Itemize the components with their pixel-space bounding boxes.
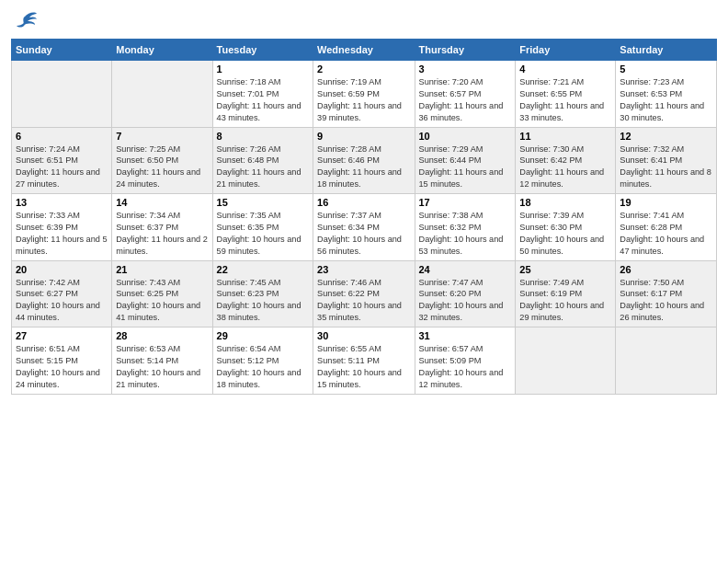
- calendar-cell: 1Sunrise: 7:18 AM Sunset: 7:01 PM Daylig…: [212, 61, 313, 128]
- day-number: 29: [217, 330, 309, 341]
- day-header-monday: Monday: [112, 40, 212, 61]
- day-number: 1: [217, 63, 309, 75]
- calendar-cell: 16Sunrise: 7:37 AM Sunset: 6:34 PM Dayli…: [313, 194, 415, 261]
- calendar-cell: 5Sunrise: 7:23 AM Sunset: 6:53 PM Daylig…: [616, 61, 717, 128]
- day-info: Sunrise: 7:29 AM Sunset: 6:44 PM Dayligh…: [419, 144, 512, 191]
- day-number: 6: [16, 131, 108, 142]
- day-info: Sunrise: 7:23 AM Sunset: 6:53 PM Dayligh…: [620, 76, 712, 124]
- day-info: Sunrise: 6:51 AM Sunset: 5:15 PM Dayligh…: [16, 343, 108, 391]
- calendar-cell: 20Sunrise: 7:42 AM Sunset: 6:27 PM Dayli…: [12, 260, 112, 327]
- day-info: Sunrise: 7:24 AM Sunset: 6:51 PM Dayligh…: [16, 144, 108, 191]
- calendar-cell: 9Sunrise: 7:28 AM Sunset: 6:46 PM Daylig…: [313, 127, 415, 194]
- day-info: Sunrise: 7:46 AM Sunset: 6:22 PM Dayligh…: [317, 277, 410, 325]
- day-info: Sunrise: 7:49 AM Sunset: 6:19 PM Dayligh…: [519, 277, 611, 325]
- day-info: Sunrise: 7:37 AM Sunset: 6:34 PM Dayligh…: [317, 210, 410, 258]
- day-info: Sunrise: 7:26 AM Sunset: 6:48 PM Dayligh…: [217, 144, 309, 191]
- day-info: Sunrise: 7:41 AM Sunset: 6:28 PM Dayligh…: [620, 210, 712, 258]
- day-info: Sunrise: 7:19 AM Sunset: 6:59 PM Dayligh…: [317, 76, 410, 124]
- calendar-cell: 17Sunrise: 7:38 AM Sunset: 6:32 PM Dayli…: [415, 194, 516, 261]
- day-number: 2: [317, 63, 410, 75]
- calendar-cell: 19Sunrise: 7:41 AM Sunset: 6:28 PM Dayli…: [616, 194, 717, 261]
- calendar-cell: [516, 327, 616, 395]
- day-header-friday: Friday: [516, 40, 616, 61]
- calendar-week-5: 27Sunrise: 6:51 AM Sunset: 5:15 PM Dayli…: [12, 327, 717, 395]
- calendar-cell: 25Sunrise: 7:49 AM Sunset: 6:19 PM Dayli…: [516, 260, 616, 327]
- calendar-cell: 15Sunrise: 7:35 AM Sunset: 6:35 PM Dayli…: [212, 194, 313, 261]
- day-info: Sunrise: 7:39 AM Sunset: 6:30 PM Dayligh…: [519, 210, 611, 258]
- day-number: 16: [317, 197, 410, 208]
- day-number: 25: [519, 264, 611, 275]
- day-number: 12: [620, 131, 712, 142]
- day-header-sunday: Sunday: [12, 40, 112, 61]
- day-info: Sunrise: 7:18 AM Sunset: 7:01 PM Dayligh…: [217, 76, 309, 124]
- day-number: 21: [116, 264, 208, 275]
- calendar-header-row: SundayMondayTuesdayWednesdayThursdayFrid…: [12, 40, 717, 61]
- calendar-table: SundayMondayTuesdayWednesdayThursdayFrid…: [11, 39, 717, 395]
- day-number: 9: [317, 131, 410, 142]
- calendar-cell: 24Sunrise: 7:47 AM Sunset: 6:20 PM Dayli…: [415, 260, 516, 327]
- calendar-cell: 7Sunrise: 7:25 AM Sunset: 6:50 PM Daylig…: [112, 127, 212, 194]
- day-info: Sunrise: 6:53 AM Sunset: 5:14 PM Dayligh…: [116, 343, 208, 391]
- day-info: Sunrise: 6:57 AM Sunset: 5:09 PM Dayligh…: [419, 343, 512, 391]
- day-info: Sunrise: 7:35 AM Sunset: 6:35 PM Dayligh…: [217, 210, 309, 258]
- day-number: 3: [419, 63, 512, 75]
- day-info: Sunrise: 6:54 AM Sunset: 5:12 PM Dayligh…: [217, 343, 309, 391]
- day-number: 24: [419, 264, 512, 275]
- calendar-cell: 10Sunrise: 7:29 AM Sunset: 6:44 PM Dayli…: [415, 127, 516, 194]
- day-number: 20: [16, 264, 108, 275]
- day-number: 11: [519, 131, 611, 142]
- day-info: Sunrise: 7:21 AM Sunset: 6:55 PM Dayligh…: [519, 76, 611, 124]
- calendar-cell: 23Sunrise: 7:46 AM Sunset: 6:22 PM Dayli…: [313, 260, 415, 327]
- calendar-cell: 8Sunrise: 7:26 AM Sunset: 6:48 PM Daylig…: [212, 127, 313, 194]
- day-number: 19: [620, 197, 712, 208]
- day-info: Sunrise: 7:28 AM Sunset: 6:46 PM Dayligh…: [317, 144, 410, 191]
- day-header-saturday: Saturday: [616, 40, 717, 61]
- day-number: 22: [217, 264, 309, 275]
- calendar-week-1: 1Sunrise: 7:18 AM Sunset: 7:01 PM Daylig…: [12, 61, 717, 128]
- day-number: 23: [317, 264, 410, 275]
- day-number: 31: [419, 330, 512, 341]
- day-info: Sunrise: 7:32 AM Sunset: 6:41 PM Dayligh…: [620, 144, 712, 191]
- day-info: Sunrise: 7:34 AM Sunset: 6:37 PM Dayligh…: [116, 210, 208, 258]
- day-info: Sunrise: 7:30 AM Sunset: 6:42 PM Dayligh…: [519, 144, 611, 191]
- calendar-cell: 22Sunrise: 7:45 AM Sunset: 6:23 PM Dayli…: [212, 260, 313, 327]
- calendar-week-2: 6Sunrise: 7:24 AM Sunset: 6:51 PM Daylig…: [12, 127, 717, 194]
- page-header: [11, 9, 717, 31]
- day-number: 8: [217, 131, 309, 142]
- calendar-cell: 27Sunrise: 6:51 AM Sunset: 5:15 PM Dayli…: [12, 327, 112, 395]
- calendar-cell: 21Sunrise: 7:43 AM Sunset: 6:25 PM Dayli…: [112, 260, 212, 327]
- day-info: Sunrise: 7:50 AM Sunset: 6:17 PM Dayligh…: [620, 277, 712, 325]
- day-info: Sunrise: 7:45 AM Sunset: 6:23 PM Dayligh…: [217, 277, 309, 325]
- page-container: SundayMondayTuesdayWednesdayThursdayFrid…: [0, 0, 728, 563]
- day-number: 13: [16, 197, 108, 208]
- calendar-cell: [112, 61, 212, 128]
- calendar-cell: 26Sunrise: 7:50 AM Sunset: 6:17 PM Dayli…: [616, 260, 717, 327]
- day-info: Sunrise: 7:33 AM Sunset: 6:39 PM Dayligh…: [16, 210, 108, 258]
- day-header-wednesday: Wednesday: [313, 40, 415, 61]
- calendar-cell: 12Sunrise: 7:32 AM Sunset: 6:41 PM Dayli…: [616, 127, 717, 194]
- calendar-cell: 13Sunrise: 7:33 AM Sunset: 6:39 PM Dayli…: [12, 194, 112, 261]
- day-number: 4: [519, 63, 611, 75]
- day-info: Sunrise: 7:38 AM Sunset: 6:32 PM Dayligh…: [419, 210, 512, 258]
- day-info: Sunrise: 7:47 AM Sunset: 6:20 PM Dayligh…: [419, 277, 512, 325]
- day-number: 10: [419, 131, 512, 142]
- calendar-cell: 29Sunrise: 6:54 AM Sunset: 5:12 PM Dayli…: [212, 327, 313, 395]
- calendar-week-4: 20Sunrise: 7:42 AM Sunset: 6:27 PM Dayli…: [12, 260, 717, 327]
- calendar-cell: 31Sunrise: 6:57 AM Sunset: 5:09 PM Dayli…: [415, 327, 516, 395]
- day-info: Sunrise: 7:25 AM Sunset: 6:50 PM Dayligh…: [116, 144, 208, 191]
- day-number: 7: [116, 131, 208, 142]
- day-number: 18: [519, 197, 611, 208]
- calendar-cell: 3Sunrise: 7:20 AM Sunset: 6:57 PM Daylig…: [415, 61, 516, 128]
- day-number: 14: [116, 197, 208, 208]
- calendar-cell: 6Sunrise: 7:24 AM Sunset: 6:51 PM Daylig…: [12, 127, 112, 194]
- day-info: Sunrise: 7:42 AM Sunset: 6:27 PM Dayligh…: [16, 277, 108, 325]
- calendar-cell: [616, 327, 717, 395]
- calendar-cell: 30Sunrise: 6:55 AM Sunset: 5:11 PM Dayli…: [313, 327, 415, 395]
- day-info: Sunrise: 6:55 AM Sunset: 5:11 PM Dayligh…: [317, 343, 410, 391]
- day-header-tuesday: Tuesday: [212, 40, 313, 61]
- day-info: Sunrise: 7:20 AM Sunset: 6:57 PM Dayligh…: [419, 76, 512, 124]
- day-number: 17: [419, 197, 512, 208]
- calendar-cell: 4Sunrise: 7:21 AM Sunset: 6:55 PM Daylig…: [516, 61, 616, 128]
- calendar-cell: 28Sunrise: 6:53 AM Sunset: 5:14 PM Dayli…: [112, 327, 212, 395]
- day-number: 30: [317, 330, 410, 341]
